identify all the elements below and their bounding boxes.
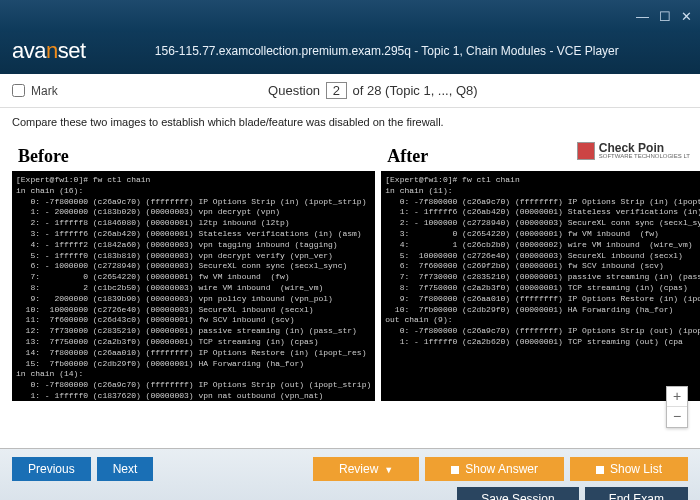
zoom-out-button[interactable]: −: [667, 407, 687, 427]
zoom-in-button[interactable]: +: [667, 387, 687, 407]
after-terminal: [Expert@fw1:0]# fw ctl chain in chain (1…: [381, 171, 700, 401]
before-heading: Before: [18, 146, 375, 167]
question-label: Question: [268, 83, 320, 98]
logo-mid: n: [46, 38, 58, 63]
show-list-label: Show List: [610, 462, 662, 476]
logo-pre: ava: [12, 38, 46, 63]
chevron-down-icon: ▼: [384, 465, 393, 475]
zoom-control: + −: [666, 386, 688, 428]
image-compare: Before [Expert@fw1:0]# fw ctl chain in c…: [12, 140, 688, 401]
close-icon[interactable]: ✕: [681, 9, 692, 24]
show-list-button[interactable]: Show List: [570, 457, 688, 481]
show-answer-button[interactable]: Show Answer: [425, 457, 564, 481]
window-controls: — ☐ ✕: [636, 9, 692, 24]
previous-button[interactable]: Previous: [12, 457, 91, 481]
question-bar: Mark Question 2 of 28 (Topic 1, ..., Q8): [0, 74, 700, 108]
after-heading: After: [387, 146, 700, 167]
mark-checkbox[interactable]: Mark: [12, 84, 58, 98]
before-terminal: [Expert@fw1:0]# fw ctl chain in chain (1…: [12, 171, 375, 401]
end-exam-button[interactable]: End Exam: [585, 487, 688, 500]
before-col: Before [Expert@fw1:0]# fw ctl chain in c…: [12, 140, 375, 401]
save-session-button[interactable]: Save Session: [457, 487, 578, 500]
show-answer-label: Show Answer: [465, 462, 538, 476]
mark-label: Mark: [31, 84, 58, 98]
review-button[interactable]: Review▼: [313, 457, 419, 481]
square-icon: [451, 466, 459, 474]
maximize-icon[interactable]: ☐: [659, 9, 671, 24]
content-area: Compare these two images to establish wh…: [0, 108, 700, 448]
review-label: Review: [339, 462, 378, 476]
footer: Previous Next Review▼ Show Answer Show L…: [0, 448, 700, 500]
footer-row-2: Save Session End Exam: [12, 487, 688, 500]
square-icon: [596, 466, 604, 474]
question-total: of 28 (Topic 1, ..., Q8): [353, 83, 478, 98]
question-number[interactable]: 2: [326, 82, 347, 99]
after-col: After [Expert@fw1:0]# fw ctl chain in ch…: [381, 140, 700, 401]
question-info: Question 2 of 28 (Topic 1, ..., Q8): [58, 82, 688, 99]
titlebar: — ☐ ✕: [0, 0, 700, 32]
window-title: 156-115.77.examcollection.premium.exam.2…: [86, 44, 688, 58]
question-text: Compare these two images to establish wh…: [12, 116, 688, 128]
minimize-icon[interactable]: —: [636, 9, 649, 24]
header: avanset 156-115.77.examcollection.premiu…: [0, 32, 700, 74]
logo: avanset: [12, 38, 86, 64]
mark-input[interactable]: [12, 84, 25, 97]
footer-row-1: Previous Next Review▼ Show Answer Show L…: [12, 457, 688, 481]
next-button[interactable]: Next: [97, 457, 154, 481]
logo-post: set: [58, 38, 86, 63]
